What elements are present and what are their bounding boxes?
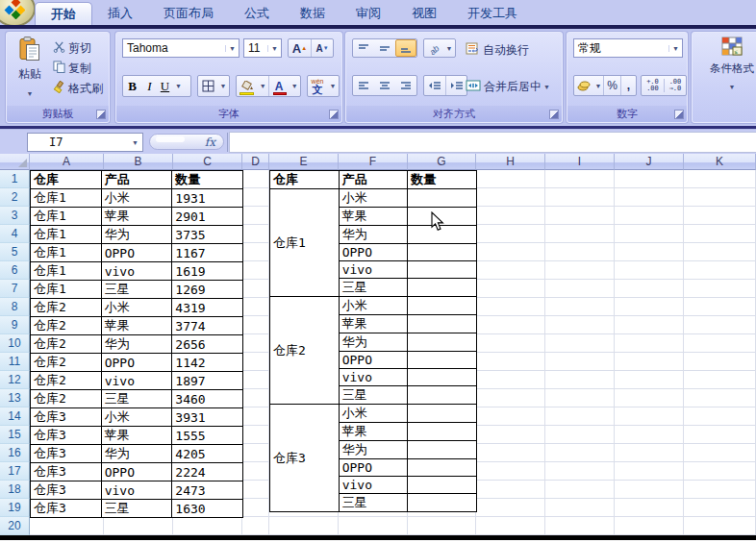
cell-C10[interactable]: 2656 [172,335,243,354]
cell-G18[interactable] [408,477,477,494]
grid-cell-H13[interactable] [476,389,545,407]
column-header-G[interactable]: G [408,154,476,170]
cell-B6[interactable]: vivo [101,262,172,281]
row-header-15[interactable]: 15 [0,426,30,444]
cell-G9[interactable] [408,315,477,333]
cell-C14[interactable]: 3931 [172,408,243,427]
row-header-3[interactable]: 3 [0,207,30,225]
grid-cell-J14[interactable] [615,407,684,426]
cell-G14[interactable] [408,405,477,423]
cell-F12[interactable]: vivo [339,369,408,386]
comma-style-button[interactable]: , [620,76,636,95]
cell-E8-merged-仓库2[interactable]: 仓库2 [270,297,340,405]
grid-cell-D4[interactable] [242,225,269,243]
cell-B9[interactable]: 苹果 [101,317,172,335]
cell-C9[interactable]: 3774 [172,317,243,335]
cell-A17[interactable]: 仓库3 [31,463,102,481]
cell-F1[interactable]: 产品 [339,171,408,189]
tab-页面布局[interactable]: 页面布局 [148,2,229,25]
align-center-button[interactable] [374,76,395,95]
cell-B7[interactable]: 三星 [101,281,172,299]
grid-cell-K1[interactable] [684,170,756,188]
cell-A3[interactable]: 仓库1 [31,208,102,226]
grid-cell-I1[interactable] [545,170,615,188]
cell-F8[interactable]: 小米 [339,297,408,315]
grid-cell-H3[interactable] [476,207,545,225]
grid-cell-I4[interactable] [545,225,615,243]
row-header-12[interactable]: 12 [0,371,30,389]
grid-cell-A20[interactable] [30,517,104,535]
grid-cell-K11[interactable] [684,353,756,371]
cell-B8[interactable]: 小米 [101,299,172,317]
font-dialog-launcher[interactable] [329,110,339,119]
tab-插入[interactable]: 插入 [92,2,148,25]
cell-F13[interactable]: 三星 [339,386,408,405]
paste-button[interactable]: 粘贴 ▼ [11,37,49,104]
grid-cell-I16[interactable] [545,444,615,462]
grid-cell-H9[interactable] [476,316,545,334]
cell-F19[interactable]: 三星 [339,494,408,512]
column-header-B[interactable]: B [104,154,173,170]
cell-C15[interactable]: 1555 [172,427,243,445]
grow-font-button[interactable]: A▲ [289,39,311,57]
cell-C12[interactable]: 1897 [172,372,243,390]
cell-F4[interactable]: 华为 [339,226,408,244]
formula-input[interactable] [229,132,756,153]
orientation-dropdown[interactable]: ▼ [443,39,455,57]
cell-A4[interactable]: 仓库1 [31,226,102,244]
grid-cell-I11[interactable] [545,353,615,371]
font-color-dropdown[interactable]: ▼ [289,76,300,96]
row-header-19[interactable]: 19 [0,499,30,517]
cell-C5[interactable]: 1167 [172,244,243,262]
grid-cell-H16[interactable] [476,444,545,462]
row-header-11[interactable]: 11 [0,353,30,371]
tab-开发工具[interactable]: 开发工具 [452,2,533,25]
grid-cell-K14[interactable] [684,407,756,426]
grid-cell-K9[interactable] [684,316,756,334]
grid-cell-J15[interactable] [615,426,684,444]
row-header-18[interactable]: 18 [0,481,30,499]
grid-cell-H8[interactable] [476,298,545,316]
grid-cell-K6[interactable] [684,261,756,280]
grid-cell-K17[interactable] [684,462,756,481]
grid-cell-E20[interactable] [269,517,339,535]
cell-B11[interactable]: OPPO [101,354,172,372]
grid-cell-D3[interactable] [242,207,269,225]
cell-B1[interactable]: 产品 [101,171,172,189]
italic-button[interactable]: I [141,76,158,96]
grid-cell-J20[interactable] [615,517,684,535]
cell-B15[interactable]: 苹果 [101,427,172,445]
grid-cell-H15[interactable] [476,426,545,444]
bold-button[interactable]: B [123,76,141,96]
cell-C19[interactable]: 1630 [172,500,243,518]
cell-G8[interactable] [408,297,477,315]
grid-cell-K3[interactable] [684,207,756,225]
align-right-button[interactable] [395,76,416,95]
grid-cell-H10[interactable] [476,334,545,353]
grid-cell-H5[interactable] [476,243,545,261]
grid-cell-K4[interactable] [684,225,756,243]
cell-C8[interactable]: 4319 [172,299,243,317]
column-header-H[interactable]: H [476,154,545,170]
font-color-button[interactable]: A [268,76,289,96]
cell-A15[interactable]: 仓库3 [31,427,102,445]
grid-cell-H12[interactable] [476,371,545,389]
alignment-dialog-launcher[interactable] [549,110,559,119]
number-dialog-launcher[interactable] [674,110,684,119]
grid-cell-D11[interactable] [242,353,269,371]
cell-A16[interactable]: 仓库3 [31,445,102,463]
cell-F7[interactable]: 三星 [339,279,408,297]
grid-cell-K15[interactable] [684,426,756,444]
cell-A14[interactable]: 仓库3 [31,408,102,427]
row-header-10[interactable]: 10 [0,334,30,353]
grid-cell-K7[interactable] [684,280,756,298]
cell-F10[interactable]: 华为 [339,333,408,352]
copy-button[interactable]: 复制 [51,59,107,78]
cell-A1[interactable]: 仓库 [31,171,102,189]
underline-dropdown[interactable]: ▼ [172,76,185,96]
grid-cell-I15[interactable] [545,426,615,444]
cell-A18[interactable]: 仓库3 [31,481,102,500]
grid-cell-D9[interactable] [242,316,269,334]
grid-cell-K10[interactable] [684,334,756,353]
cell-G7[interactable] [408,279,477,297]
